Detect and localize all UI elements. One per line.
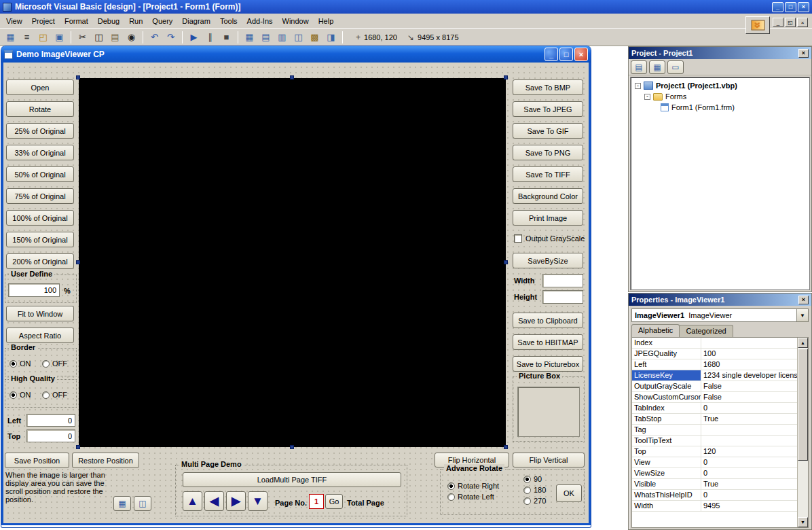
selection-handle[interactable] — [290, 445, 294, 449]
selection-handle[interactable] — [504, 445, 508, 449]
25-of-original-button[interactable]: 25% of Original — [6, 123, 74, 139]
property-row-jpegquality[interactable]: JPEGQuality100 — [632, 349, 797, 359]
ok-button[interactable]: OK — [556, 484, 582, 502]
output-grayscale-checkbox[interactable] — [514, 234, 522, 243]
border-off-radio[interactable]: OFF — [42, 359, 67, 368]
property-row-tabstop[interactable]: TabStopTrue — [632, 414, 797, 425]
object-browser-icon[interactable]: ◫ — [291, 30, 306, 45]
angle-90-radio[interactable]: 90 — [523, 475, 542, 483]
save-to-hbitmap-button[interactable]: Save to HBITMAP — [513, 334, 583, 350]
save-to-jpeg-button[interactable]: Save To JPEG — [513, 101, 583, 117]
mdi-restore-button[interactable]: ◱ — [785, 18, 796, 27]
open-project-icon[interactable]: ◰ — [35, 30, 51, 45]
property-row-width[interactable]: Width9495 — [632, 501, 797, 512]
view-object-icon[interactable]: ▦ — [649, 60, 665, 74]
save-to-clipboard-button[interactable]: Save to Clipboard — [513, 313, 583, 328]
form-maximize-button[interactable]: □ — [559, 48, 573, 61]
nav-left-button[interactable]: ◀ — [204, 491, 224, 511]
save-project-icon[interactable]: ▣ — [52, 30, 67, 45]
minimize-button[interactable]: _ — [772, 2, 783, 12]
property-row-left[interactable]: Left1680 — [632, 359, 797, 370]
form-layout-icon[interactable]: ▥ — [274, 30, 290, 45]
menu-debug[interactable]: Debug — [93, 14, 124, 28]
form-minimize-button[interactable]: _ — [545, 48, 558, 61]
fit-to-window-button[interactable]: Fit to Window — [6, 306, 74, 321]
toggle-folders-icon[interactable]: ▭ — [667, 60, 684, 74]
combo-dropdown-icon[interactable]: ▼ — [796, 309, 808, 321]
scroll-up-icon[interactable]: ▲ — [798, 338, 808, 348]
toolbox-icon[interactable]: ▩ — [307, 30, 322, 45]
rotate-button[interactable]: Rotate — [6, 101, 74, 117]
save-to-png-button[interactable]: Save To PNG — [513, 145, 583, 160]
tree-item-forms-folder[interactable]: - Forms — [632, 91, 808, 102]
selection-handle[interactable] — [76, 260, 80, 264]
find-icon[interactable]: ◉ — [124, 30, 139, 45]
menu-help[interactable]: Help — [314, 14, 339, 28]
view-code-icon[interactable]: ▤ — [631, 60, 647, 74]
user-define-input[interactable] — [8, 283, 60, 297]
picture-box-control[interactable] — [517, 387, 580, 437]
start-icon[interactable]: ▶ — [186, 30, 202, 45]
50-of-original-button[interactable]: 50% of Original — [6, 166, 74, 182]
nav-right-button[interactable]: ▶ — [226, 491, 246, 511]
selection-handle[interactable] — [504, 260, 508, 264]
200-of-original-button[interactable]: 200% of Original — [6, 253, 74, 269]
collapse-icon[interactable]: - — [635, 83, 641, 89]
properties-scrollbar[interactable]: ▲ ▼ — [797, 338, 808, 527]
end-icon[interactable]: ■ — [219, 30, 234, 45]
menu-project[interactable]: Project — [27, 14, 60, 28]
33-of-original-button[interactable]: 33% of Original — [6, 145, 74, 160]
property-row-outputgrayscale[interactable]: OutputGrayScaleFalse — [632, 381, 797, 392]
menu-editor-icon[interactable]: ≡ — [19, 30, 35, 45]
nav-up-button[interactable]: ▲ — [183, 491, 202, 511]
menu-diagram[interactable]: Diagram — [177, 14, 215, 28]
property-row-tabindex[interactable]: TabIndex0 — [632, 403, 797, 414]
redo-icon[interactable]: ↷ — [163, 30, 179, 45]
100-of-original-button[interactable]: 100% of Original — [6, 210, 74, 226]
menu-format[interactable]: Format — [60, 14, 93, 28]
data-view-icon[interactable]: ◨ — [323, 30, 339, 45]
save-to-bmp-button[interactable]: Save To BMP — [513, 80, 583, 95]
properties-window-icon[interactable]: ▤ — [258, 30, 274, 45]
quality-on-radio[interactable]: ON — [10, 391, 31, 399]
selection-handle[interactable] — [76, 75, 80, 80]
angle-180-radio[interactable]: 180 — [523, 486, 546, 494]
property-row-tag[interactable]: Tag — [632, 425, 797, 436]
top-input[interactable] — [26, 429, 75, 442]
menu-query[interactable]: Query — [147, 14, 177, 28]
property-row-viewsize[interactable]: ViewSize0 — [632, 468, 797, 479]
tree-item-form1[interactable]: Form1 (Form1.frm) — [632, 102, 808, 113]
image-viewer-control[interactable] — [79, 78, 506, 447]
paste-icon[interactable]: ▤ — [107, 30, 123, 45]
save-by-size-button[interactable]: SaveBySize — [513, 253, 583, 268]
mdi-minimize-button[interactable]: _ — [773, 18, 783, 27]
property-row-tooltiptext[interactable]: ToolTipText — [632, 436, 797, 446]
property-row-visible[interactable]: VisibleTrue — [632, 479, 797, 490]
selection-handle[interactable] — [504, 75, 508, 80]
mini-window-button-1[interactable]: ▦ — [113, 496, 131, 511]
object-selector-combo[interactable]: ImageViewer1 ImageViewer ▼ — [631, 308, 809, 322]
150-of-original-button[interactable]: 150% of Original — [6, 232, 74, 247]
background-color-button[interactable]: Background Color — [513, 188, 583, 204]
selection-handle[interactable] — [290, 75, 294, 80]
width-input[interactable] — [542, 274, 583, 287]
undo-icon[interactable]: ↶ — [147, 30, 162, 45]
load-multipage-tiff-button[interactable]: LoadMulti Page TIFF — [183, 472, 401, 487]
menu-view[interactable]: View — [1, 14, 27, 28]
mdi-close-button[interactable]: × — [797, 18, 808, 27]
close-button[interactable]: × — [798, 2, 809, 12]
tree-item-project[interactable]: - Project1 (Project1.vbp) — [632, 80, 808, 91]
property-row-whatsthishelpid[interactable]: WhatsThisHelpID0 — [632, 490, 797, 501]
selection-handle[interactable] — [76, 445, 80, 449]
break-icon[interactable]: ∥ — [202, 30, 218, 45]
property-row-index[interactable]: Index — [632, 338, 797, 349]
save-position-button[interactable]: Save Position — [5, 453, 69, 468]
collapse-icon[interactable]: - — [644, 94, 650, 100]
left-input[interactable] — [26, 414, 75, 427]
menu-window[interactable]: Window — [278, 14, 314, 28]
add-form-icon[interactable]: ▦ — [3, 30, 18, 45]
child-window-icon[interactable]: » — [745, 16, 770, 34]
cut-icon[interactable]: ✂ — [75, 30, 90, 45]
aspect-ratio-button[interactable]: Aspect Ratio — [6, 328, 74, 343]
open-button[interactable]: Open — [6, 80, 74, 95]
